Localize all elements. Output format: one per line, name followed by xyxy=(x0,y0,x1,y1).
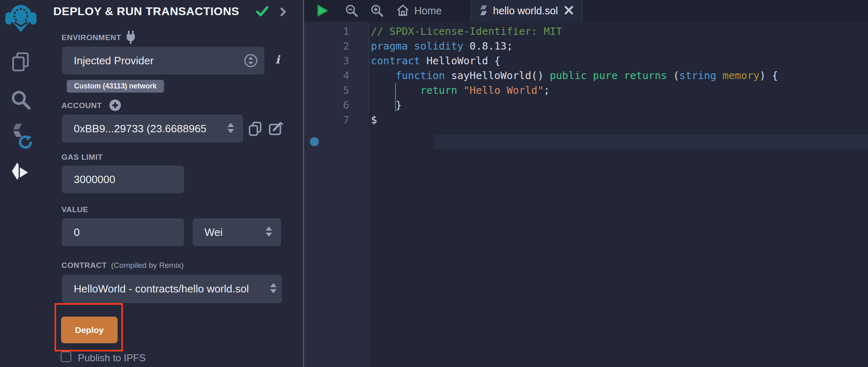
tab-hello-world-sol[interactable]: hello world.sol xyxy=(470,0,583,22)
code-line[interactable]: // SPDX-License-Identifier: MIT xyxy=(371,24,562,39)
code-token: string xyxy=(679,70,716,82)
code-token: contract xyxy=(371,55,426,67)
code-line[interactable]: contract HelloWorld { xyxy=(371,54,500,68)
page-title: DEPLOY & RUN TRANSACTIONS xyxy=(53,5,239,18)
deploy-run-panel: DEPLOY & RUN TRANSACTIONS ENVIRONMENT In… xyxy=(41,0,303,367)
account-select[interactable]: 0xBB9...29733 (23.6688965 xyxy=(62,115,243,143)
publish-ipfs-checkbox[interactable] xyxy=(61,351,71,362)
run-script-icon[interactable] xyxy=(316,4,329,19)
environment-circle-stepper-icon xyxy=(244,54,258,70)
account-value: 0xBB9...29733 (23.6688965 xyxy=(74,122,207,135)
file-explorer-icon[interactable] xyxy=(0,52,41,72)
contract-stepper-icon xyxy=(270,283,277,293)
activity-bar xyxy=(0,0,42,367)
contract-select[interactable]: HelloWorld - contracts/hello world.sol xyxy=(62,275,282,303)
breakpoint-dot[interactable] xyxy=(310,137,319,146)
edit-account-icon[interactable] xyxy=(268,121,284,138)
remix-logo-icon xyxy=(0,3,41,33)
code-token: sayHelloWorld() xyxy=(451,70,550,82)
account-label: ACCOUNT xyxy=(61,101,102,110)
value-unit-select[interactable]: Wei xyxy=(193,218,281,246)
deploy-run-icon[interactable] xyxy=(0,161,41,184)
code-token: function xyxy=(395,70,451,82)
unit-stepper-icon xyxy=(266,227,272,237)
code-token: ) { xyxy=(759,70,778,82)
tab-home[interactable]: Home xyxy=(396,0,442,22)
solidity-file-icon xyxy=(480,5,487,17)
home-tab-label: Home xyxy=(414,5,442,17)
current-line-highlight xyxy=(434,134,868,149)
code-token: HelloWorld { xyxy=(426,55,500,67)
editor-tabbar: Home hello world.sol xyxy=(304,0,868,22)
code-token: ( xyxy=(673,70,679,82)
copy-account-icon[interactable] xyxy=(248,121,263,138)
value-amount: 0 xyxy=(74,226,80,239)
compiled-check-icon xyxy=(256,6,268,19)
code-token: "Hello World" xyxy=(464,84,544,96)
line-number: 2 xyxy=(343,39,349,54)
code-line[interactable]: $ xyxy=(371,113,377,127)
code-token: // SPDX-License-Identifier: MIT xyxy=(371,25,562,37)
home-icon xyxy=(396,4,409,18)
code-token xyxy=(716,70,723,82)
code-line[interactable]: pragma solidity 0.8.13; xyxy=(371,39,513,54)
panel-chevron-right-icon[interactable] xyxy=(280,7,286,18)
code-line[interactable]: return "Hello World"; xyxy=(371,83,550,98)
editor-region: Home hello world.sol 1234567 / xyxy=(304,0,868,367)
value-label: VALUE xyxy=(61,205,88,214)
gutter-border xyxy=(369,24,369,113)
gas-limit-label: GAS LIMIT xyxy=(61,153,103,162)
deploy-button[interactable]: Deploy xyxy=(61,317,118,343)
code-token: 0.8.13; xyxy=(470,40,513,52)
line-number: 1 xyxy=(343,24,349,39)
network-badge: Custom (43113) network xyxy=(67,80,164,93)
line-number: 6 xyxy=(343,98,349,113)
code-line[interactable]: } xyxy=(371,98,402,113)
code-token xyxy=(371,84,420,96)
line-number: 4 xyxy=(343,68,349,83)
contract-value: HelloWorld - contracts/hello world.sol xyxy=(74,283,249,295)
environment-label: ENVIRONMENT xyxy=(61,33,121,42)
search-icon[interactable] xyxy=(0,90,41,110)
zoom-in-icon[interactable] xyxy=(370,4,384,19)
plug-icon xyxy=(125,30,137,46)
gas-limit-input[interactable]: 3000000 xyxy=(62,165,184,193)
line-number: 5 xyxy=(343,83,349,98)
code-token: } xyxy=(371,99,402,111)
environment-value: Injected Provider xyxy=(74,54,154,67)
gas-limit-value: 3000000 xyxy=(74,173,115,186)
code-token: memory xyxy=(723,70,759,82)
value-unit: Wei xyxy=(205,226,223,239)
line-number: 7 xyxy=(343,113,349,127)
publish-ipfs-label[interactable]: Publish to IPFS xyxy=(78,352,145,364)
add-account-icon[interactable] xyxy=(109,99,121,113)
code-token: ; xyxy=(543,84,550,96)
environment-select[interactable]: Injected Provider xyxy=(62,47,264,75)
close-tab-icon[interactable] xyxy=(564,6,573,16)
code-token: pragma solidity xyxy=(371,40,470,52)
code-line[interactable]: function sayHelloWorld() public pure ret… xyxy=(371,68,778,83)
value-input[interactable]: 0 xyxy=(62,218,184,246)
editor-gutter[interactable]: 1234567 xyxy=(304,22,369,367)
zoom-out-icon[interactable] xyxy=(345,4,358,19)
environment-info-icon[interactable]: i xyxy=(275,53,279,66)
code-token xyxy=(371,70,395,82)
code-token: $ xyxy=(371,114,377,126)
line-number: 3 xyxy=(343,54,349,68)
code-token: public pure returns xyxy=(550,70,673,82)
solidity-compiler-icon[interactable] xyxy=(0,123,41,152)
contract-sublabel: (Compiled by Remix) xyxy=(111,261,184,270)
code-token: return xyxy=(420,84,463,96)
contract-label: CONTRACT xyxy=(61,261,107,270)
active-tab-label: hello world.sol xyxy=(493,5,558,17)
account-stepper-icon xyxy=(227,123,234,133)
